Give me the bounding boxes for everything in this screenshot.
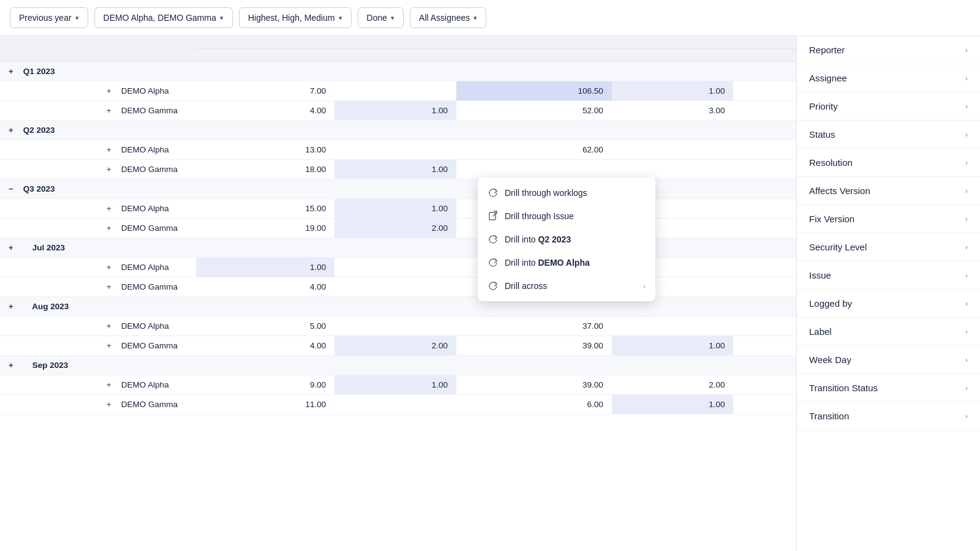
row-datatask[interactable]: 2.00 [334,219,456,238]
row-story[interactable]: 106.50 [456,81,612,101]
filter-btn-priority[interactable]: Highest, High, Medium▾ [239,7,352,28]
panel-item-week-day[interactable]: Week Day › [797,346,980,374]
row-datatask[interactable]: 1.00 [334,375,456,395]
group-expand[interactable]: + Q1 2023 [0,62,98,81]
panel-item-resolution[interactable]: Resolution › [797,149,980,177]
group-expand[interactable]: + Aug 2023 [0,297,98,317]
row-subtask[interactable]: 1.00 [612,395,734,414]
row-test[interactable] [733,140,796,160]
row-subtask[interactable]: 1.00 [612,81,734,101]
row-bug[interactable]: 15.00 [196,199,334,219]
row-story[interactable]: 62.00 [456,140,612,160]
row-test[interactable] [733,277,796,297]
row-bug[interactable]: 9.00 [196,375,334,395]
row-datatask[interactable] [334,81,456,101]
panel-item-affects-version[interactable]: Affects Version › [797,177,980,205]
panel-item-reporter[interactable]: Reporter › [797,36,980,64]
row-test[interactable] [733,219,796,238]
row-subtask[interactable]: 3.00 [612,101,734,121]
row-bug[interactable]: 11.00 [196,395,334,414]
row-test[interactable] [733,101,796,121]
project-expand-icon[interactable]: + [107,341,116,350]
filter-btn-assignees[interactable]: All Assignees▾ [410,7,486,28]
row-datatask[interactable] [334,258,456,277]
context-menu-item-drill-q2[interactable]: Drill into Q2 2023 [478,228,655,251]
row-test[interactable] [733,395,796,414]
project-expand-icon[interactable]: + [107,263,116,272]
project-expand-icon[interactable]: + [107,223,116,233]
row-test[interactable] [733,81,796,101]
context-menu-item-drill-across[interactable]: Drill across › [478,274,655,298]
row-bug[interactable]: 19.00 [196,219,334,238]
panel-item-logged-by[interactable]: Logged by › [797,290,980,318]
row-story[interactable]: 6.00 [456,395,612,414]
filter-btn-year[interactable]: Previous year▾ [10,7,88,28]
context-menu-item-drill-alpha[interactable]: Drill into DEMO Alpha [478,251,655,274]
panel-item-label[interactable]: Label › [797,318,980,346]
expand-icon[interactable]: + [9,243,18,252]
row-bug[interactable]: 7.00 [196,81,334,101]
expand-icon[interactable]: − [9,184,18,193]
context-menu-item-drill-issue[interactable]: Drill through Issue [478,204,655,228]
row-bug[interactable]: 4.00 [196,336,334,356]
project-expand-icon[interactable]: + [107,106,116,115]
row-story[interactable]: 39.00 [456,375,612,395]
row-story[interactable]: 39.00 [456,336,612,356]
panel-item-security-level[interactable]: Security Level › [797,233,980,261]
row-datatask[interactable] [334,277,456,297]
filter-btn-projects[interactable]: DEMO Alpha, DEMO Gamma▾ [94,7,233,28]
row-datatask[interactable] [334,395,456,414]
row-datatask[interactable] [334,317,456,336]
group-expand[interactable]: + Q2 2023 [0,121,98,140]
group-expand[interactable]: + Jul 2023 [0,238,98,258]
group-expand[interactable]: + Sep 2023 [0,356,98,375]
row-subtask[interactable] [612,140,734,160]
project-expand-icon[interactable]: + [107,380,116,389]
row-test[interactable] [733,375,796,395]
panel-item-priority[interactable]: Priority › [797,92,980,121]
row-subtask[interactable] [612,160,734,179]
row-subtask[interactable]: 1.00 [612,336,734,356]
project-expand-icon[interactable]: + [107,400,116,409]
row-test[interactable] [733,160,796,179]
row-bug[interactable]: 1.00 [196,258,334,277]
row-story[interactable] [456,160,612,179]
row-story[interactable]: 37.00 [456,317,612,336]
panel-item-assignee[interactable]: Assignee › [797,64,980,92]
row-bug[interactable]: 4.00 [196,277,334,297]
row-bug[interactable]: 13.00 [196,140,334,160]
context-menu-item-drill-worklogs[interactable]: Drill through worklogs [478,181,655,204]
row-subtask[interactable] [612,317,734,336]
row-datatask[interactable]: 1.00 [334,199,456,219]
row-bug[interactable]: 18.00 [196,160,334,179]
project-expand-icon[interactable]: + [107,282,116,291]
row-test[interactable] [733,199,796,219]
row-subtask[interactable]: 2.00 [612,375,734,395]
project-expand-icon[interactable]: + [107,204,116,213]
row-bug[interactable]: 4.00 [196,101,334,121]
row-story[interactable]: 52.00 [456,101,612,121]
filter-btn-status[interactable]: Done▾ [358,7,404,28]
expand-icon[interactable]: + [9,302,18,311]
row-test[interactable] [733,317,796,336]
row-datatask[interactable]: 1.00 [334,160,456,179]
expand-icon[interactable]: + [9,361,18,370]
expand-icon[interactable]: + [9,126,18,135]
expand-icon[interactable]: + [9,67,18,76]
project-expand-icon[interactable]: + [107,165,116,174]
panel-item-fix-version[interactable]: Fix Version › [797,205,980,233]
panel-item-issue[interactable]: Issue › [797,261,980,290]
group-expand[interactable]: − Q3 2023 [0,179,98,199]
row-datatask[interactable]: 1.00 [334,101,456,121]
panel-item-transition-status[interactable]: Transition Status › [797,374,980,402]
project-expand-icon[interactable]: + [107,86,116,96]
row-datatask[interactable] [334,140,456,160]
row-datatask[interactable]: 2.00 [334,336,456,356]
row-test[interactable] [733,258,796,277]
project-expand-icon[interactable]: + [107,145,116,154]
row-bug[interactable]: 5.00 [196,317,334,336]
panel-item-status[interactable]: Status › [797,121,980,149]
panel-item-transition[interactable]: Transition › [797,402,980,430]
row-test[interactable] [733,336,796,356]
project-expand-icon[interactable]: + [107,321,116,331]
